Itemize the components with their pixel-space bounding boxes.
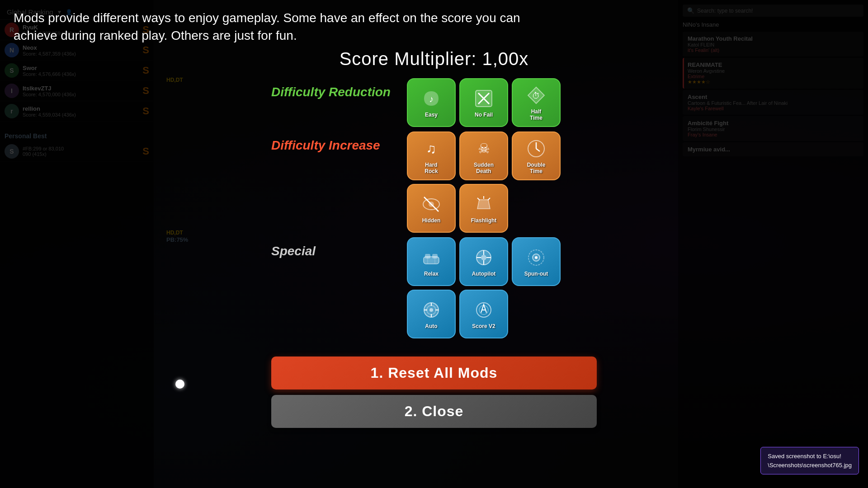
action-buttons: 1. Reset All Mods 2. Close (262, 357, 606, 428)
sudden-death-mod-icon: ☠ (472, 137, 495, 160)
difficulty-increase-mods: ♫ HardRock ☠ SuddenDeath (407, 131, 597, 233)
svg-line-10 (536, 149, 540, 151)
screenshot-line2: \Screenshots\screenshot765.jpg (768, 461, 852, 470)
autopilot-mod-icon (472, 246, 495, 269)
difficulty-increase-label: Difficulty Increase (271, 131, 407, 153)
half-time-mod-label: HalfTime (530, 108, 542, 122)
autopilot-mod-label: Autopilot (472, 271, 496, 277)
relax-mod-icon (420, 246, 443, 269)
svg-text:♫: ♫ (426, 141, 437, 156)
no-fail-mod-icon (472, 87, 495, 110)
flashlight-mod-label: Flashlight (471, 217, 497, 224)
svg-marker-14 (477, 200, 490, 209)
mods-description: Mods provide different ways to enjoy gam… (0, 0, 542, 49)
auto-mod-icon (420, 299, 443, 321)
sudden-death-mod-button[interactable]: ☠ SuddenDeath (459, 131, 508, 180)
relax-mod-button[interactable]: Relax (407, 237, 456, 286)
mods-container: Difficulty Reduction ♪ Easy (262, 78, 606, 343)
score-v2-mod-label: Score V2 (472, 323, 495, 329)
hard-rock-mod-button[interactable]: ♫ HardRock (407, 131, 456, 180)
easy-mod-icon: ♪ (420, 87, 443, 110)
relax-mod-label: Relax (424, 271, 439, 277)
spun-out-mod-button[interactable]: Spun-out (512, 237, 561, 286)
mods-modal: Mods provide different ways to enjoy gam… (0, 0, 868, 488)
difficulty-reduction-mods: ♪ Easy No Fail (407, 78, 561, 127)
auto-mod-label: Auto (425, 323, 437, 329)
hard-rock-mod-label: HardRock (425, 162, 438, 175)
spun-out-mod-icon (525, 246, 547, 269)
spun-out-mod-label: Spun-out (524, 271, 548, 277)
special-label: Special (271, 237, 407, 258)
no-fail-mod-label: No Fail (475, 112, 493, 118)
svg-text:☠: ☠ (478, 141, 490, 156)
score-v2-mod-icon (472, 299, 495, 321)
special-mods: Relax Autopilot (407, 237, 597, 338)
svg-point-31 (535, 256, 538, 259)
reset-all-mods-button[interactable]: 1. Reset All Mods (271, 357, 597, 389)
svg-line-16 (477, 198, 480, 200)
easy-mod-label: Easy (425, 112, 438, 118)
double-time-mod-icon (525, 137, 547, 160)
double-time-mod-button[interactable]: DoubleTime (512, 131, 561, 180)
double-time-mod-label: DoubleTime (527, 162, 546, 175)
no-fail-mod-button[interactable]: No Fail (459, 78, 508, 127)
flashlight-mod-button[interactable]: Flashlight (459, 184, 508, 233)
hidden-mod-button[interactable]: Hidden (407, 184, 456, 233)
close-button[interactable]: 2. Close (271, 395, 597, 428)
auto-mod-button[interactable]: Auto (407, 290, 456, 338)
svg-point-34 (429, 308, 433, 312)
autopilot-mod-button[interactable]: Autopilot (459, 237, 508, 286)
difficulty-reduction-label: Difficulty Reduction (271, 78, 407, 99)
screenshot-notification: Saved screenshot to E:\osu! \Screenshots… (760, 447, 859, 474)
difficulty-reduction-section: Difficulty Reduction ♪ Easy (271, 78, 597, 127)
screenshot-line1: Saved screenshot to E:\osu! (768, 452, 852, 461)
difficulty-increase-section: Difficulty Increase ♫ HardRock ☠ (271, 131, 597, 233)
flashlight-mod-icon (472, 193, 495, 216)
hidden-mod-label: Hidden (422, 217, 441, 224)
half-time-mod-button[interactable]: ⏱ HalfTime (512, 78, 561, 127)
score-multiplier: Score Multiplier: 1,00x (340, 49, 529, 69)
score-v2-mod-button[interactable]: Score V2 (459, 290, 508, 338)
svg-line-17 (488, 198, 490, 200)
cursor (175, 380, 184, 389)
svg-text:⏱: ⏱ (532, 91, 540, 100)
svg-point-24 (481, 255, 486, 260)
hard-rock-mod-icon: ♫ (420, 137, 443, 160)
half-time-mod-icon: ⏱ (525, 84, 547, 107)
special-section: Special Relax (271, 237, 597, 338)
sudden-death-mod-label: SuddenDeath (474, 162, 494, 175)
svg-text:♪: ♪ (429, 94, 434, 104)
easy-mod-button[interactable]: ♪ Easy (407, 78, 456, 127)
hidden-mod-icon (420, 193, 443, 216)
